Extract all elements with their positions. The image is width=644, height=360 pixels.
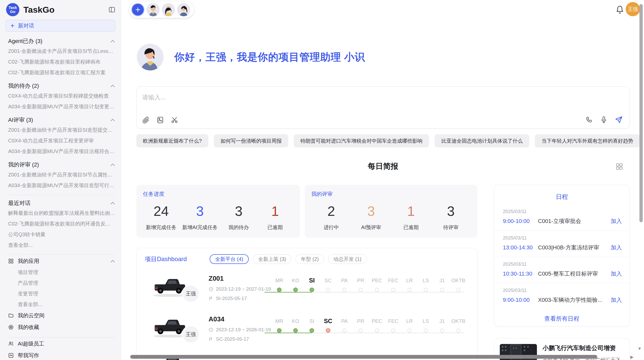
app-item-project-mgmt[interactable]: 项目管理 [8, 267, 115, 278]
taskgo-app: { "app": { "logo_line1": "Task", "logo_l… [0, 0, 644, 360]
sidebar-task-item[interactable]: C0X4-动力总成开发项目SI里程碑提交物检查 [8, 91, 115, 101]
chevron-up-icon [110, 39, 115, 43]
section-agent-done[interactable]: Agent已办 (3) [8, 37, 115, 46]
notifications-bell-icon[interactable] [616, 5, 624, 14]
section-my-todo[interactable]: 我的待办 (2) [8, 81, 115, 91]
milestone-dot [359, 328, 363, 333]
milestone-dot [342, 288, 346, 292]
milestone-dot [326, 328, 330, 333]
greeting-block: 你好，王强，我是你的项目管理助理 小识 [137, 44, 365, 70]
flag-icon [209, 296, 213, 301]
scroll-right-arrow-icon[interactable]: ▶ [630, 354, 634, 360]
app-logo: Task Go [6, 3, 19, 16]
input-actions [585, 116, 623, 124]
chat-input[interactable] [142, 92, 447, 103]
avatar-agent-3[interactable] [177, 3, 190, 16]
sidebar-task-item[interactable]: A034-全新新能源MUV产品开发项目造型可行性评审 [8, 180, 115, 191]
sidebar-task-item[interactable]: Z001-全新燃油轻卡产品开发项目SI节点属性5D文件评审 [8, 169, 115, 180]
milestone-label: LS [418, 317, 434, 325]
milestone-label: PEC [369, 317, 385, 325]
tab-new-body[interactable]: 全新上装 (3) [253, 254, 291, 264]
apps-view-all[interactable]: 查看全部... [8, 299, 115, 310]
milestone-dot [375, 288, 379, 292]
folder-icon [8, 313, 14, 318]
stat-pending-review: 3 待评审 [436, 202, 466, 231]
milestone-label: OKTB [450, 317, 466, 325]
divider [8, 254, 115, 255]
sidebar-task-item[interactable]: Z001-全新燃油皮卡产品开发项目SI节点Lesson Learn报告 [8, 46, 115, 56]
suggestion-chip[interactable]: 当下年轻人对汽车外观有怎样的喜好趋势 [535, 134, 640, 147]
recent-chats-view-all[interactable]: 查看全部... [8, 240, 115, 250]
avatar-agent-2[interactable] [162, 3, 175, 16]
project-row-z001[interactable]: 王强 Z001 2023-12-19 ~ 2027-01-19 SI-2025-… [137, 274, 477, 314]
milestone-dot [424, 288, 428, 292]
recent-chat-item[interactable]: 公司Q3轻卡销量 [8, 229, 115, 240]
horizontal-scrollbar[interactable] [130, 355, 597, 359]
user-avatar[interactable]: 王强 [626, 2, 640, 16]
clock-icon [209, 327, 213, 332]
voice-call-icon[interactable] [585, 116, 593, 124]
suggestion-chip[interactable]: 比亚迪全固态电池计划具体说了什么 [435, 134, 529, 147]
milestone-dot [359, 288, 363, 292]
section-my-review[interactable]: 我的评审 (2) [8, 160, 115, 169]
join-link[interactable]: 加入 [611, 217, 622, 225]
avatar-agent-1[interactable] [147, 3, 160, 16]
suggestion-chip[interactable]: 如何写一份清晰的项目周报 [214, 134, 288, 147]
attach-image-icon[interactable] [156, 116, 164, 124]
input-attachments [142, 116, 178, 124]
dashboard-title: 项目Dashboard [145, 255, 210, 263]
join-link[interactable]: 加入 [611, 270, 622, 278]
sidebar-task-item[interactable]: A034-全新新能源MUV产品开发项目计划变更表编写 [8, 101, 115, 112]
milestone-label: PR [353, 317, 369, 325]
view-all-schedule-link[interactable]: 查看所有日程 [494, 315, 630, 323]
recent-chat-item[interactable]: 解释最新出台的欧盟报废车法规再生塑料比例被调至15%... [8, 208, 115, 218]
daily-brief-header: 每日简报 [136, 161, 630, 172]
attach-file-icon[interactable] [142, 116, 150, 124]
milestone-dot [456, 288, 460, 292]
recent-chat-item[interactable]: C02-飞腾新能源轻客改款项目的闭环通告反馈情况 [8, 218, 115, 229]
microphone-icon[interactable] [600, 116, 608, 124]
milestone-dot [456, 328, 460, 333]
section-ai-review[interactable]: AI评审 (3) [8, 115, 115, 125]
project-row-a034[interactable]: 王强 A034 2023-12-19 ~ 2026-01-19 SC-2025-… [137, 314, 477, 355]
chat-input-card [136, 86, 630, 129]
vertical-scrollbar[interactable] [639, 4, 643, 222]
stat-overdue: 1 已逾期 [260, 202, 290, 231]
suggestion-chip[interactable]: 欧洲新规最近颁布了什么? [136, 134, 208, 147]
project-dates: 2023-12-19 ~ 2027-01-19 [216, 286, 271, 292]
sidebar-task-item[interactable]: C02-飞腾新能源轻客改款项目立项汇报方案 [8, 67, 115, 78]
sidebar-ai-super-staff[interactable]: AI超级员工 [8, 338, 115, 350]
sidebar-favorites[interactable]: 我的收藏 [8, 321, 115, 333]
tab-year-model[interactable]: 年型 (2) [296, 254, 324, 264]
app-item-change-mgmt[interactable]: 变更管理 [8, 288, 115, 299]
schedule-item: 2025/03/11 9:00-10:00 X003-车辆动力学性能验... 加… [494, 283, 630, 309]
sidebar-my-apps[interactable]: 我的应用 [8, 255, 115, 267]
join-link[interactable]: 加入 [611, 244, 622, 251]
new-chat-button[interactable]: 新对话 [6, 20, 115, 32]
stat-my-todo: 3 我的待办 [223, 202, 254, 231]
sidebar-cloud-space[interactable]: 我的云空间 [8, 310, 115, 321]
schedule-time: 13:00-14:30 [503, 244, 538, 251]
tab-new-platform[interactable]: 全新平台 (4) [210, 254, 249, 264]
sidebar-help-me-write[interactable]: 帮我写作 [8, 350, 115, 360]
plus-icon [135, 6, 141, 13]
milestone-label: SC [320, 317, 336, 325]
screenshot-scissors-icon[interactable] [171, 116, 178, 124]
join-link[interactable]: 加入 [611, 296, 622, 304]
add-agent-button[interactable] [131, 3, 144, 16]
send-icon[interactable] [615, 116, 623, 124]
task-progress-card: 任务进度 24 新增完成任务 3 新增AI完成任务 3 我的待办 1 已逾期 [136, 185, 300, 238]
layout-grid-icon[interactable] [616, 163, 623, 170]
sidebar-task-item[interactable]: A034-全新新能源MUV产品开发项目法规符合性评审 [8, 146, 115, 157]
sidebar-task-item[interactable]: Z001-全新燃油轻卡产品开发项目SI造型提交物评审 [8, 125, 115, 135]
daily-brief-title: 每日简报 [136, 161, 630, 172]
sidebar-task-item[interactable]: C02-飞腾新能源轻客改款项目里程碑画布 [8, 56, 115, 67]
section-recent-chats[interactable]: 最近对话 [8, 199, 115, 208]
app-item-product-mgmt[interactable]: 产品管理 [8, 278, 115, 288]
sidebar-collapse-icon[interactable] [108, 6, 116, 13]
tab-powertrain[interactable]: 动总开发 (1) [328, 254, 367, 264]
sidebar-task-item[interactable]: C0X4-动力总成开发项目工程变更评审 [8, 135, 115, 146]
milestone-dot [310, 288, 314, 292]
scroll-down-arrow-icon[interactable]: ▼ [637, 346, 642, 351]
suggestion-chip[interactable]: 特朗普可能对进口汽车增税会对中国车企造成哪些影响 [294, 134, 429, 147]
